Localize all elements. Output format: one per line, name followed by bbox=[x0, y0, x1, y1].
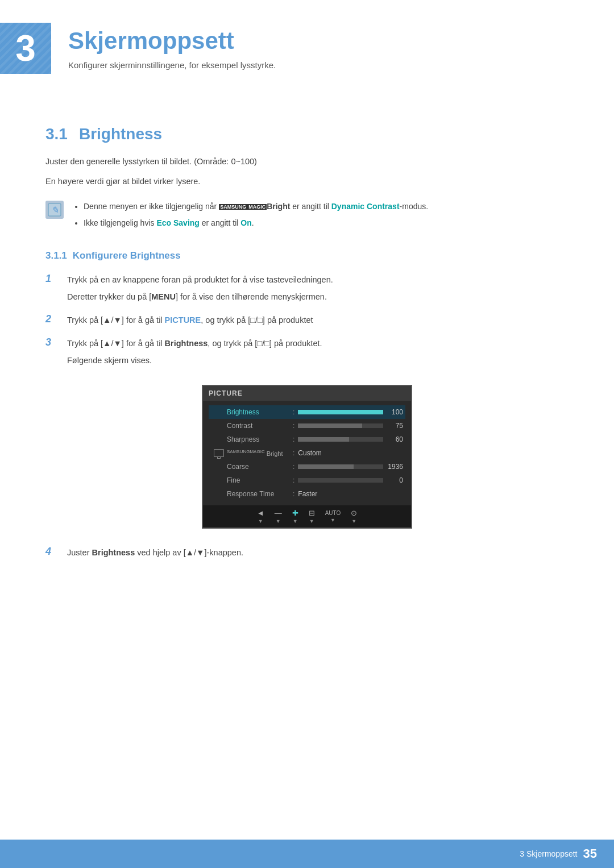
mockup-btn-minus: — ▼ bbox=[275, 509, 282, 524]
mockup-value-sharpness: 60 bbox=[383, 435, 403, 443]
step-4: 4 Juster Brightness ved hjelp av [▲/▼]-k… bbox=[45, 546, 569, 560]
chapter-number-box: 3 bbox=[0, 23, 51, 74]
step-3-text: Trykk på [▲/▼] for å gå til Brightness, … bbox=[67, 337, 569, 351]
intro-text-2: En høyere verdi gjør at bildet virker ly… bbox=[45, 175, 569, 189]
mockup-row-coarse: Coarse : 1936 bbox=[209, 460, 405, 474]
step-4-text: Juster Brightness ved hjelp av [▲/▼]-kna… bbox=[67, 546, 569, 560]
mockup-row-fine: Fine : 0 bbox=[209, 474, 405, 487]
step-2-number: 2 bbox=[45, 313, 63, 325]
main-content: 3.1Brightness Juster den generelle lysst… bbox=[0, 91, 614, 614]
step-3-subtext: Følgende skjerm vises. bbox=[67, 354, 569, 368]
mockup-value-magic-bright: Custom bbox=[298, 449, 321, 457]
section-3-1-number: 3.1 bbox=[45, 125, 68, 143]
mockup-label-brightness: Brightness bbox=[227, 408, 289, 416]
mockup-btn-enter: ✚ ▼ bbox=[292, 509, 298, 524]
mockup-header: PICTURE bbox=[203, 386, 411, 401]
mockup-value-response-time: Faster bbox=[298, 490, 317, 498]
subsection-3-1-1-title: 3.1.1Konfigurere Brightness bbox=[45, 250, 569, 261]
mockup-row-contrast: Contrast : 75 bbox=[209, 419, 405, 433]
mockup-bar-sharpness bbox=[298, 437, 383, 442]
step-3: 3 Trykk på [▲/▼] for å gå til Brightness… bbox=[45, 337, 569, 368]
mockup-row-magic-bright: SAMSUNGMAGIC Bright : Custom bbox=[209, 446, 405, 460]
chapter-title-area: Skjermoppsett Konfigurer skjerminnstilli… bbox=[68, 23, 276, 70]
mockup-bar-contrast bbox=[298, 423, 383, 428]
step-4-content: Juster Brightness ved hjelp av [▲/▼]-kna… bbox=[67, 546, 569, 560]
picture-mockup: PICTURE Brightness : 100 bbox=[202, 385, 412, 529]
step-1-content: Trykk på en av knappene foran på produkt… bbox=[67, 273, 569, 304]
section-3-1-title: 3.1Brightness bbox=[45, 125, 569, 143]
note-item-2: Ikke tilgjengelig hvis Eco Saving er ang… bbox=[84, 216, 428, 230]
svg-text:✎: ✎ bbox=[51, 205, 59, 215]
mockup-value-coarse: 1936 bbox=[383, 463, 403, 471]
step-2: 2 Trykk på [▲/▼] for å gå til PICTURE, o… bbox=[45, 313, 569, 327]
intro-text-1: Juster den generelle lysstyrken til bild… bbox=[45, 155, 569, 169]
mockup-bar-brightness bbox=[298, 410, 383, 414]
mockup-btn-left: ◄ ▼ bbox=[257, 509, 264, 524]
page-footer: 3 Skjermoppsett 35 bbox=[0, 840, 614, 868]
mockup-row-sharpness: Sharpness : 60 bbox=[209, 433, 405, 446]
step-1-text: Trykk på en av knappene foran på produkt… bbox=[67, 273, 569, 287]
mockup-footer: ◄ ▼ — ▼ ✚ ▼ ⊟ ▼ AUTO ▼ bbox=[203, 505, 411, 528]
mockup-btn-auto: AUTO ▼ bbox=[325, 510, 341, 523]
chapter-number: 3 bbox=[15, 27, 36, 69]
mockup-row-response-time: Response Time : Faster bbox=[209, 487, 405, 501]
mockup-value-fine: 0 bbox=[383, 476, 403, 484]
step-1-number: 1 bbox=[45, 273, 63, 285]
mockup-body: Brightness : 100 Contrast : 75 bbox=[203, 401, 411, 505]
note-box: ✎ Denne menyen er ikke tilgjengelig når … bbox=[45, 200, 569, 232]
mockup-label-sharpness: Sharpness bbox=[227, 435, 289, 443]
step-3-content: Trykk på [▲/▼] for å gå til Brightness, … bbox=[67, 337, 569, 368]
mockup-label-magic-bright: SAMSUNGMAGIC Bright bbox=[227, 449, 289, 457]
step-4-number: 4 bbox=[45, 546, 63, 558]
mockup-btn-back: ⊟ ▼ bbox=[309, 509, 315, 524]
mockup-label-contrast: Contrast bbox=[227, 422, 289, 430]
step-2-text: Trykk på [▲/▼] for å gå til PICTURE, og … bbox=[67, 313, 569, 327]
step-2-content: Trykk på [▲/▼] for å gå til PICTURE, og … bbox=[67, 313, 569, 327]
mockup-label-coarse: Coarse bbox=[227, 463, 289, 471]
chapter-title: Skjermoppsett bbox=[68, 27, 276, 55]
note-content: Denne menyen er ikke tilgjengelig når SA… bbox=[72, 200, 428, 232]
step-1-subtext: Deretter trykker du på [MENU] for å vise… bbox=[67, 290, 569, 304]
note-icon: ✎ bbox=[45, 201, 64, 219]
chapter-header: 3 Skjermoppsett Konfigurer skjerminnstil… bbox=[0, 0, 614, 91]
mockup-bar-fine bbox=[298, 478, 383, 483]
mockup-btn-power: ⊙ ▼ bbox=[351, 509, 357, 524]
mockup-value-brightness: 100 bbox=[383, 408, 403, 416]
mockup-label-fine: Fine bbox=[227, 476, 289, 484]
step-3-number: 3 bbox=[45, 337, 63, 348]
step-1: 1 Trykk på en av knappene foran på produ… bbox=[45, 273, 569, 304]
mockup-label-response-time: Response Time bbox=[227, 490, 289, 498]
footer-page-number: 35 bbox=[583, 846, 597, 861]
mockup-value-contrast: 75 bbox=[383, 422, 403, 430]
mockup-bar-coarse bbox=[298, 464, 383, 469]
mockup-row-brightness: Brightness : 100 bbox=[209, 405, 405, 419]
footer-chapter-label: 3 Skjermoppsett bbox=[520, 849, 577, 858]
chapter-subtitle: Konfigurer skjerminnstillingene, for eks… bbox=[68, 60, 276, 70]
note-item-1: Denne menyen er ikke tilgjengelig når SA… bbox=[84, 200, 428, 214]
picture-mockup-container: PICTURE Brightness : 100 bbox=[45, 385, 569, 529]
